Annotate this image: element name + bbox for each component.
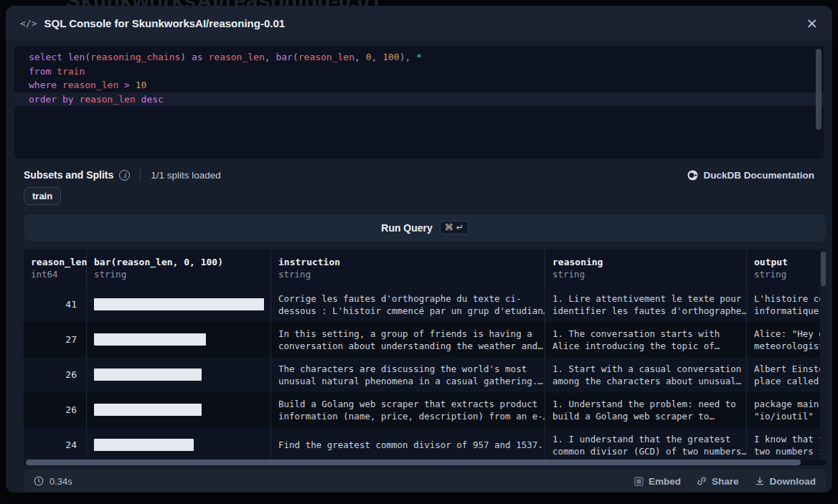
column-type: string	[94, 268, 263, 280]
close-icon[interactable]: ×	[806, 16, 818, 30]
code-token: reason_len	[79, 94, 135, 105]
cell-text-line: 1. Lire attentivement le texte pour	[552, 293, 739, 305]
table-vertical-scrollbar-thumb[interactable]	[821, 252, 826, 286]
splits-list: train	[24, 187, 814, 205]
column-type: string	[754, 268, 820, 280]
cell-text-line: meteorologist	[754, 340, 820, 352]
bar-chart-cell	[94, 404, 202, 416]
code-line[interactable]: order by reason_len desc	[14, 92, 824, 107]
embed-label: Embed	[649, 476, 681, 487]
code-token: desc	[141, 94, 164, 105]
cell-text-line: common divisor (GCD) of two numbers…	[552, 445, 739, 457]
code-token: 100	[382, 52, 399, 62]
cell-bar	[87, 427, 271, 459]
sql-console-modal: </> SQL Console for SkunkworksAI/reasoni…	[6, 6, 832, 493]
duckdb-docs-link[interactable]: DuckDB Documentation	[687, 170, 814, 181]
code-token: ),	[400, 52, 416, 62]
cell-output: I know that ttwo numbers i	[747, 427, 820, 459]
table-row[interactable]: 41Corrige les fautes d'orthographe du te…	[24, 287, 820, 322]
bar-chart-cell	[94, 333, 206, 346]
subsets-row: Subsets and Splits i 1/1 splits loaded D…	[24, 169, 814, 181]
embed-button[interactable]: Embed	[634, 476, 681, 487]
clock-icon	[34, 476, 44, 486]
split-chip-train[interactable]: train	[24, 187, 61, 205]
code-line[interactable]: select len(reasoning_chains) as reason_l…	[14, 50, 824, 65]
subsets-title: Subsets and Splits	[24, 169, 113, 181]
table-body: 41Corrige les fautes d'orthographe du te…	[24, 287, 820, 459]
query-time: 0.34s	[34, 476, 72, 487]
cell-bar	[87, 287, 271, 322]
download-icon	[755, 476, 765, 486]
cell-text-line: In this setting, a group of friends is h…	[278, 328, 537, 340]
table-horizontal-scrollbar[interactable]	[24, 460, 826, 465]
code-line[interactable]: from train	[14, 65, 824, 79]
code-token: ,	[265, 52, 276, 62]
cell-text-line: L'histoire co	[754, 293, 820, 305]
code-token: *	[416, 52, 422, 62]
code-token	[136, 94, 141, 105]
run-query-button[interactable]: Run Query ⌘ ↵	[24, 214, 826, 241]
column-name: reason_len	[31, 256, 79, 268]
share-label: Share	[712, 476, 739, 487]
code-token: (	[85, 52, 90, 62]
cell-output: Albert Einsteplace called	[747, 357, 820, 392]
cell-text-line: Alice introducing the topic of…	[552, 340, 739, 352]
column-header-output: outputstring	[747, 249, 820, 287]
download-button[interactable]: Download	[755, 476, 816, 487]
column-header-bar(reason_len, 0, 100): bar(reason_len, 0, 100)string	[87, 249, 271, 287]
splits-loaded-status: 1/1 splits loaded	[151, 170, 221, 181]
table-header-row: reason_lenint64bar(reason_len, 0, 100)st…	[24, 249, 820, 287]
code-token: reason_len	[208, 52, 264, 62]
query-time-value: 0.34s	[50, 476, 72, 487]
results-table: reason_lenint64bar(reason_len, 0, 100)st…	[24, 249, 826, 459]
run-query-label: Run Query	[381, 222, 433, 234]
cell-reasoning: 1. I understand that the greatestcommon …	[545, 427, 747, 459]
cell-text-line: Find the greatest common divisor of 957 …	[278, 439, 537, 451]
table-row[interactable]: 26The characters are discussing the worl…	[24, 357, 820, 392]
table-vertical-scrollbar[interactable]	[821, 249, 826, 459]
sql-editor[interactable]: select len(reasoning_chains) as reason_l…	[14, 46, 824, 158]
column-type: int64	[31, 268, 79, 280]
table-row[interactable]: 24Find the greatest common divisor of 95…	[24, 427, 820, 459]
table-row[interactable]: 26Build a Golang web scraper that extrac…	[24, 392, 820, 427]
cell-output: Alice: "Hey gmeteorologist	[747, 322, 820, 357]
cell-text-line: 1. Start with a casual conversation	[552, 363, 739, 375]
cell-reasoning: 1. Lire attentivement le texte pourident…	[545, 287, 747, 322]
code-token: bar	[276, 52, 292, 62]
table-row[interactable]: 27In this setting, a group of friends is…	[24, 322, 820, 357]
editor-scrollbar-thumb[interactable]	[816, 49, 821, 130]
download-label: Download	[770, 476, 816, 487]
code-token: as	[192, 52, 203, 62]
code-token: ,	[354, 52, 366, 62]
cell-text-line: unusual natural phenomena in a casual ga…	[278, 375, 537, 387]
code-token: reason_len	[62, 80, 118, 90]
sql-code[interactable]: select len(reasoning_chains) as reason_l…	[14, 50, 824, 106]
cell-reason-len: 24	[24, 427, 87, 459]
cell-reason-len: 41	[24, 287, 87, 322]
cell-text-line: 1. Understand the problem: need to	[552, 398, 739, 410]
editor-scrollbar[interactable]	[816, 49, 821, 156]
modal-title: SQL Console for SkunkworksAI/reasoning-0…	[44, 17, 799, 29]
code-token: ,	[372, 52, 383, 62]
bar-chart-cell	[94, 298, 264, 310]
code-token	[62, 52, 68, 62]
cell-reasoning: 1. The conversation starts withAlice int…	[545, 322, 747, 357]
table-horizontal-scrollbar-thumb[interactable]	[26, 460, 801, 465]
cell-text-line: dessous : L'histoir cmmencé par un grup …	[278, 305, 537, 317]
cell-text-line: 1. The conversation starts with	[552, 328, 739, 340]
column-header-reason_len: reason_lenint64	[24, 249, 87, 287]
bar-chart-cell	[94, 369, 202, 381]
footer-actions: Embed Share Download	[634, 476, 816, 487]
cell-text-line: Alice: "Hey g	[754, 328, 820, 340]
code-line[interactable]: where reason_len > 10	[14, 78, 824, 92]
column-name: bar(reason_len, 0, 100)	[94, 256, 263, 268]
cell-bar	[87, 357, 271, 392]
divider	[140, 169, 141, 181]
column-name: output	[754, 256, 820, 268]
info-icon[interactable]: i	[119, 170, 130, 181]
cell-text-line: The characters are discussing the world'…	[278, 363, 537, 375]
share-button[interactable]: Share	[697, 476, 739, 487]
code-token	[51, 66, 57, 77]
cell-instruction: In this setting, a group of friends is h…	[271, 322, 545, 357]
code-token: >	[124, 80, 130, 90]
